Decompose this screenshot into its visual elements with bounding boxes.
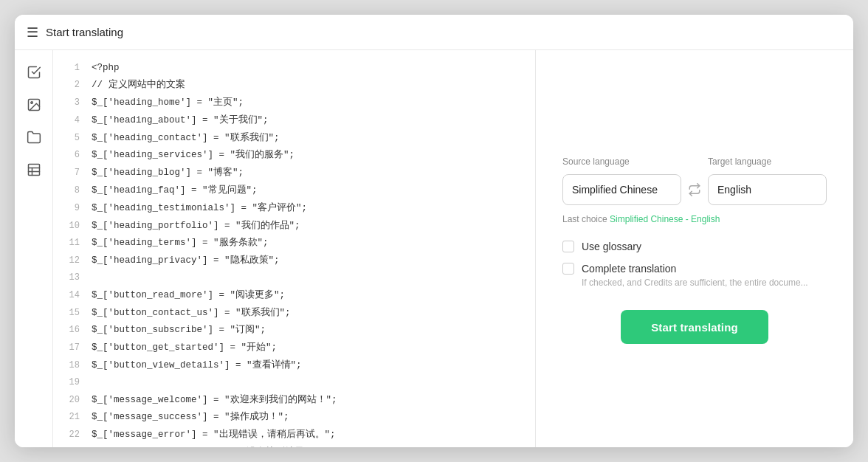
language-section: Source language Target language Simplifi…: [562, 156, 827, 224]
last-choice-link[interactable]: Simplified Chinese - English: [610, 214, 720, 224]
code-line: 23$_['message_no_results'] = "没有找到结果。";: [53, 444, 535, 447]
language-labels: Source language Target language: [562, 156, 827, 167]
source-language-select[interactable]: Simplified ChineseTraditional ChineseJap…: [562, 174, 681, 205]
code-line: 13: [53, 270, 535, 287]
complete-translation-label[interactable]: Complete translation: [582, 263, 676, 275]
svg-point-1: [30, 102, 32, 104]
line-content: // 定义网站中的文案: [92, 77, 185, 93]
sidebar-item-translate[interactable]: [21, 59, 47, 86]
target-language-select[interactable]: EnglishFrenchSpanishGermanJapanese: [708, 174, 827, 205]
main-area: 1<?php2// 定义网站中的文案3$_['heading_home'] = …: [15, 50, 853, 447]
code-line: 22$_['message_error'] = "出现错误，请稍后再试。";: [53, 427, 535, 444]
complete-translation-hint: If checked, and Credits are sufficient, …: [582, 277, 827, 288]
use-glossary-option: Use glossary: [562, 241, 827, 252]
line-content: $_['heading_home'] = "主页";: [92, 95, 244, 111]
complete-translation-option: Complete translation If checked, and Cre…: [562, 263, 827, 288]
line-number: 14: [59, 289, 80, 303]
line-content: $_['heading_services'] = "我们的服务";: [92, 148, 294, 163]
sidebar-item-document[interactable]: [21, 156, 47, 183]
code-line: 7$_['heading_blog'] = "博客";: [53, 165, 535, 182]
line-number: 11: [59, 236, 80, 251]
line-number: 5: [59, 131, 80, 146]
line-content: $_['heading_terms'] = "服务条款";: [92, 235, 269, 251]
code-line: 21$_['message_success'] = "操作成功！";: [53, 409, 535, 427]
line-content: $_['heading_blog'] = "博客";: [92, 165, 244, 181]
line-content: $_['heading_contact'] = "联系我们";: [92, 131, 280, 146]
line-number: 9: [59, 201, 80, 216]
line-number: 15: [59, 306, 80, 321]
svg-rect-2: [28, 165, 39, 176]
code-line: 14$_['button_read_more'] = "阅读更多";: [53, 286, 535, 304]
line-number: 23: [59, 446, 80, 447]
use-glossary-checkbox[interactable]: [562, 241, 574, 252]
line-number: 20: [59, 393, 80, 408]
page-title: Start translating: [46, 26, 123, 38]
code-line: 9$_['heading_testimonials'] = "客户评价";: [53, 199, 535, 217]
line-number: 16: [59, 323, 80, 338]
target-language-label: Target language: [708, 156, 827, 167]
menu-icon[interactable]: ☰: [27, 24, 38, 41]
code-line: 5$_['heading_contact'] = "联系我们";: [53, 129, 535, 147]
line-content: $_['heading_about'] = "关于我们";: [92, 113, 269, 128]
line-content: $_['message_welcome'] = "欢迎来到我们的网站！";: [92, 393, 337, 408]
line-number: 19: [59, 376, 80, 390]
line-content: $_['message_error'] = "出现错误，请稍后再试。";: [92, 427, 336, 443]
title-bar: ☰ Start translating: [15, 15, 853, 50]
code-line: 3$_['heading_home'] = "主页";: [53, 94, 535, 112]
line-content: $_['heading_faq'] = "常见问题";: [92, 183, 258, 199]
language-selects: Simplified ChineseTraditional ChineseJap…: [562, 174, 827, 205]
line-content: $_['button_view_details'] = "查看详情";: [92, 358, 302, 373]
swap-languages-button[interactable]: [681, 176, 708, 203]
last-choice-text: Last choice Simplified Chinese - English: [562, 214, 827, 224]
line-number: 1: [59, 61, 80, 76]
right-panel: Source language Target language Simplifi…: [536, 50, 853, 447]
line-content: <?php: [92, 61, 120, 76]
line-number: 6: [59, 148, 80, 163]
code-line: 1<?php: [53, 59, 535, 77]
use-glossary-label[interactable]: Use glossary: [582, 241, 641, 252]
code-line: 12$_['heading_privacy'] = "隐私政策";: [53, 252, 535, 270]
code-line: 10$_['heading_portfolio'] = "我们的作品";: [53, 217, 535, 235]
line-content: $_['heading_portfolio'] = "我们的作品";: [92, 218, 300, 234]
sidebar-item-image[interactable]: [21, 92, 47, 118]
line-number: 21: [59, 410, 80, 425]
complete-translation-checkbox[interactable]: [562, 263, 574, 275]
line-number: 18: [59, 359, 80, 373]
line-content: $_['heading_privacy'] = "隐私政策";: [92, 253, 280, 269]
line-number: 4: [59, 114, 80, 128]
app-window: ☰ Start translating: [15, 15, 853, 447]
line-content: $_['heading_testimonials'] = "客户评价";: [92, 201, 307, 216]
code-line: 19: [53, 374, 535, 391]
line-number: 17: [59, 341, 80, 356]
start-translating-button[interactable]: Start translating: [621, 310, 768, 344]
line-number: 3: [59, 96, 80, 111]
code-editor: 1<?php2// 定义网站中的文案3$_['heading_home'] = …: [53, 50, 536, 447]
line-content: $_['button_read_more'] = "阅读更多";: [92, 288, 285, 303]
code-line: 15$_['button_contact_us'] = "联系我们";: [53, 304, 535, 322]
code-line: 18$_['button_view_details'] = "查看详情";: [53, 357, 535, 375]
code-line: 8$_['heading_faq'] = "常见问题";: [53, 182, 535, 200]
line-content: $_['message_no_results'] = "没有找到结果。";: [92, 445, 325, 447]
line-content: $_['button_subscribe'] = "订阅";: [92, 323, 266, 338]
code-line: 16$_['button_subscribe'] = "订阅";: [53, 322, 535, 339]
line-number: 7: [59, 166, 80, 181]
sidebar: [15, 50, 53, 447]
line-content: $_['message_success'] = "操作成功！";: [92, 410, 289, 425]
code-line: 20$_['message_welcome'] = "欢迎来到我们的网站！";: [53, 391, 535, 409]
source-language-label: Source language: [562, 156, 681, 167]
line-content: $_['button_get_started'] = "开始";: [92, 340, 277, 356]
line-number: 2: [59, 78, 80, 93]
line-number: 13: [59, 271, 80, 286]
line-number: 12: [59, 254, 80, 269]
code-line: 17$_['button_get_started'] = "开始";: [53, 339, 535, 357]
code-line: 6$_['heading_services'] = "我们的服务";: [53, 147, 535, 165]
line-number: 22: [59, 428, 80, 443]
sidebar-item-folder[interactable]: [21, 124, 47, 151]
line-number: 10: [59, 219, 80, 234]
code-line: 2// 定义网站中的文案: [53, 77, 535, 94]
options-section: Use glossary Complete translation If che…: [562, 241, 827, 288]
line-content: $_['button_contact_us'] = "联系我们";: [92, 306, 291, 321]
line-number: 8: [59, 184, 80, 199]
code-line: 11$_['heading_terms'] = "服务条款";: [53, 235, 535, 252]
code-line: 4$_['heading_about'] = "关于我们";: [53, 111, 535, 129]
